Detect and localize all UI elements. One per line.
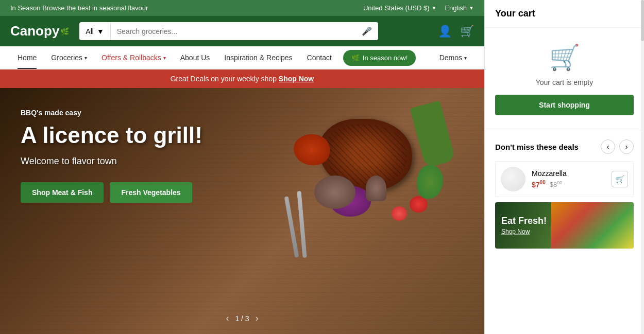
- eat-fresh-fruits-visual: [551, 202, 634, 249]
- language-label: English: [445, 4, 467, 12]
- deals-next-button[interactable]: ›: [619, 139, 634, 154]
- nav-inspiration-label: Inspiration & Recipes: [224, 54, 292, 62]
- hero-tagline: Welcome to flavor town: [21, 156, 202, 167]
- mozzarella-price: $700 $800: [532, 180, 605, 189]
- header: Canopy 🌿 All ▼ 🎤 👤 🛒: [0, 16, 484, 46]
- deals-section: Don't miss these deals ‹ › Mozzarella $7…: [485, 131, 644, 334]
- eat-fresh-link[interactable]: Shop Now: [501, 228, 530, 235]
- nav-demos-chevron-icon: ▾: [464, 55, 467, 61]
- nav-demos[interactable]: Demos ▾: [432, 46, 474, 69]
- mozzarella-price-cents: 00: [540, 180, 546, 185]
- cart-empty-icon: 🛒: [549, 43, 580, 72]
- header-icons: 👤 🛒: [438, 25, 474, 38]
- mozzarella-info: Mozzarella $700 $800: [532, 169, 605, 189]
- hero-section: BBQ's made easy A licence to grill! Welc…: [0, 88, 484, 334]
- hero-buttons: Shop Meat & Fish Fresh Vegetables: [21, 182, 202, 203]
- mushroom-icon: [366, 175, 386, 201]
- nav-bar: Home Groceries ▾ Offers & Rollbacks ▾ Ab…: [0, 46, 484, 69]
- eat-fresh-banner[interactable]: Eat Fresh! Shop Now: [495, 202, 634, 249]
- nav-contact-label: Contact: [307, 54, 332, 62]
- microphone-icon[interactable]: 🎤: [355, 22, 378, 40]
- locale-links: United States (USD $) ▼ English ▼: [363, 4, 474, 12]
- nav-offers-chevron-icon: ▾: [163, 55, 166, 61]
- mozzarella-price-original: $800: [550, 180, 562, 188]
- food-visual: [227, 93, 474, 268]
- mozzarella-image: [501, 167, 526, 191]
- deal-item-mozzarella: Mozzarella $700 $800 🛒: [495, 161, 634, 197]
- carousel-prev-button[interactable]: ‹: [226, 313, 229, 324]
- mozzarella-price-dollars: 7: [536, 181, 540, 189]
- mozzarella-img-visual: [501, 167, 526, 191]
- search-input[interactable]: [111, 23, 356, 40]
- in-season-icon: 🌿: [351, 54, 360, 62]
- announcement-text: In Season Browse the best in seasonal fl…: [10, 4, 148, 12]
- account-icon[interactable]: 👤: [438, 25, 452, 38]
- mozzarella-name: Mozzarella: [532, 169, 605, 178]
- nav-demos-label: Demos: [439, 54, 462, 62]
- nav-offers-label: Offers & Rollbacks: [101, 54, 161, 62]
- cart-empty-text: Your cart is empty: [536, 78, 594, 86]
- cart-empty-section: 🛒 Your cart is empty Start shopping: [485, 28, 644, 131]
- cart-title: Your cart: [485, 0, 644, 28]
- nav-about[interactable]: About Us: [173, 46, 217, 69]
- mozzarella-original-cents: 00: [557, 180, 562, 185]
- shop-meat-button[interactable]: Shop Meat & Fish: [21, 182, 104, 203]
- knife-icon: [297, 191, 307, 258]
- mozzarella-add-button[interactable]: 🛒: [612, 171, 628, 187]
- carousel-next-button[interactable]: ›: [256, 313, 259, 324]
- cart-scrollbar[interactable]: [641, 0, 644, 334]
- search-category-label: All: [86, 27, 94, 36]
- currency-chevron-icon: ▼: [432, 5, 437, 11]
- deals-prev-button[interactable]: ‹: [601, 139, 615, 154]
- avocado-icon: [417, 165, 443, 199]
- hero-subtitle: BBQ's made easy: [21, 109, 202, 117]
- eat-fresh-title: Eat Fresh!: [501, 216, 547, 226]
- cart-icon[interactable]: 🛒: [460, 25, 474, 38]
- tomato1-icon: [410, 196, 428, 213]
- nav-home-label: Home: [18, 54, 37, 62]
- nav-home[interactable]: Home: [10, 46, 44, 69]
- fork-icon: [284, 196, 299, 258]
- in-season-label: In season now!: [363, 54, 408, 62]
- green-vegetable-icon: [410, 100, 455, 168]
- currency-selector[interactable]: United States (USD $) ▼: [363, 4, 437, 12]
- fresh-vegetables-button[interactable]: Fresh Vegetables: [110, 182, 192, 203]
- nav-inspiration[interactable]: Inspiration & Recipes: [217, 46, 299, 69]
- tomato2-icon: [392, 206, 407, 221]
- nav-groceries[interactable]: Groceries ▾: [44, 46, 94, 69]
- wood-bowl-icon: [314, 175, 355, 209]
- nav-offers[interactable]: Offers & Rollbacks ▾: [94, 46, 173, 69]
- promo-banner: Great Deals on your weekly shop Shop Now: [0, 69, 484, 88]
- logo[interactable]: Canopy 🌿: [10, 23, 69, 39]
- nav-about-label: About Us: [180, 54, 210, 62]
- hero-content: BBQ's made easy A licence to grill! Welc…: [21, 109, 202, 203]
- cart-sidebar: Your cart 🛒 Your cart is empty Start sho…: [484, 0, 644, 334]
- mozzarella-price-current: $700: [532, 180, 546, 189]
- carousel-indicator: 1 / 3: [235, 314, 249, 323]
- language-chevron-icon: ▼: [469, 5, 474, 11]
- start-shopping-button[interactable]: Start shopping: [495, 95, 634, 115]
- deals-title: Don't miss these deals: [495, 143, 579, 151]
- nav-contact[interactable]: Contact: [300, 46, 339, 69]
- eat-fresh-content: Eat Fresh! Shop Now: [501, 216, 547, 236]
- search-bar: All ▼ 🎤: [79, 22, 378, 40]
- deals-navigation: ‹ ›: [601, 139, 634, 154]
- announcement-bar: In Season Browse the best in seasonal fl…: [0, 0, 484, 16]
- nav-groceries-chevron-icon: ▾: [84, 55, 87, 61]
- in-season-button[interactable]: 🌿 In season now!: [343, 50, 416, 66]
- currency-label: United States (USD $): [363, 4, 430, 12]
- nav-groceries-label: Groceries: [51, 54, 82, 62]
- logo-text: Canopy: [10, 23, 59, 39]
- hero-title: A licence to grill!: [21, 123, 202, 148]
- promo-text: Great Deals on your weekly shop: [171, 75, 279, 83]
- search-category-dropdown[interactable]: All ▼: [79, 23, 110, 40]
- red-bowl-icon: [294, 134, 330, 165]
- search-category-chevron-icon: ▼: [97, 27, 104, 36]
- promo-link[interactable]: Shop Now: [279, 75, 314, 83]
- language-selector[interactable]: English ▼: [445, 4, 474, 12]
- cart-scrollbar-thumb: [641, 0, 644, 41]
- carousel-controls: ‹ 1 / 3 ›: [226, 313, 258, 324]
- logo-leaf-icon: 🌿: [60, 27, 69, 36]
- add-to-cart-icon: 🛒: [616, 175, 624, 183]
- deals-header: Don't miss these deals ‹ ›: [495, 139, 634, 154]
